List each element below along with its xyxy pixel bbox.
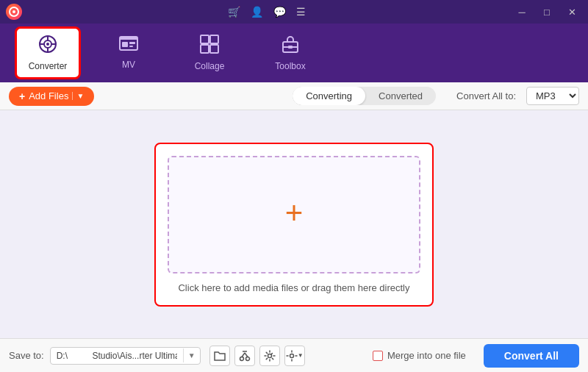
nav-item-toolbox[interactable]: Toolbox xyxy=(257,26,323,79)
collage-icon xyxy=(200,35,219,58)
svg-point-1 xyxy=(12,10,15,13)
save-path-input[interactable] xyxy=(51,348,183,364)
save-to-label: Save to: xyxy=(9,350,44,361)
app-logo xyxy=(6,4,22,20)
nav-item-mv[interactable]: MV xyxy=(96,26,162,79)
tab-group: Converting Converted xyxy=(293,87,436,105)
toolbar: + Add Files ▼ Converting Converted Conve… xyxy=(0,82,588,110)
toolbox-icon xyxy=(281,35,300,58)
tab-converted[interactable]: Converted xyxy=(365,87,436,105)
drop-zone-container[interactable]: + Click here to add media files or drag … xyxy=(154,143,434,307)
mv-icon xyxy=(119,36,138,57)
add-files-label: Add Files xyxy=(29,90,68,101)
title-bar-icons: 🛒 👤 💬 ☰ xyxy=(228,6,306,18)
add-files-button[interactable]: + Add Files ▼ xyxy=(9,87,94,106)
converter-icon xyxy=(38,35,57,58)
main-content: + Click here to add media files or drag … xyxy=(0,110,588,338)
folder-open-button[interactable] xyxy=(209,346,230,366)
drop-zone-text: Click here to add media files or drag th… xyxy=(168,282,420,293)
svg-point-4 xyxy=(46,43,49,46)
svg-rect-15 xyxy=(210,35,218,43)
collage-label: Collage xyxy=(195,61,225,71)
merge-label: Merge into one file xyxy=(387,350,466,361)
title-bar-controls: ─ □ ✕ xyxy=(512,4,582,19)
svg-rect-16 xyxy=(201,45,209,53)
tab-converting[interactable]: Converting xyxy=(293,87,365,105)
svg-rect-14 xyxy=(201,35,209,43)
svg-rect-20 xyxy=(288,46,293,49)
format-select[interactable]: MP3 MP4 AVI MOV WAV AAC FLAC xyxy=(527,87,578,104)
mv-label: MV xyxy=(122,60,135,70)
toolbox-label: Toolbox xyxy=(275,61,305,71)
menu-icon[interactable]: ☰ xyxy=(296,6,306,18)
dropdown-arrow-icon: ▼ xyxy=(72,92,84,100)
more-settings-button[interactable]: ▼ xyxy=(284,346,305,366)
cart-icon[interactable]: 🛒 xyxy=(228,6,240,18)
svg-line-24 xyxy=(245,353,248,357)
svg-rect-17 xyxy=(210,45,218,53)
save-path-dropdown-icon[interactable]: ▼ xyxy=(183,348,200,362)
merge-wrapper: Merge into one file xyxy=(373,350,466,361)
convert-all-button[interactable]: Convert All xyxy=(484,344,579,368)
svg-rect-11 xyxy=(122,42,128,47)
cut-button[interactable] xyxy=(234,346,255,366)
svg-point-21 xyxy=(240,357,243,360)
svg-rect-12 xyxy=(129,42,135,44)
svg-line-23 xyxy=(242,353,245,357)
title-bar: 🛒 👤 💬 ☰ ─ □ ✕ xyxy=(0,0,588,24)
drop-zone[interactable]: + xyxy=(168,156,420,273)
add-media-icon: + xyxy=(285,198,304,229)
plus-icon: + xyxy=(19,90,25,102)
bottom-bar: Save to: ▼ xyxy=(0,338,588,372)
minimize-button[interactable]: ─ xyxy=(512,4,532,19)
converter-label: Converter xyxy=(29,61,68,71)
svg-point-27 xyxy=(290,354,293,357)
svg-rect-13 xyxy=(129,46,133,47)
maximize-button[interactable]: □ xyxy=(537,4,557,19)
user-icon[interactable]: 👤 xyxy=(251,6,263,18)
svg-rect-10 xyxy=(120,37,137,40)
format-select-wrapper: MP3 MP4 AVI MOV WAV AAC FLAC xyxy=(526,87,579,105)
title-bar-left xyxy=(6,4,22,20)
chat-icon[interactable]: 💬 xyxy=(273,6,286,18)
more-arrow: ▼ xyxy=(298,352,304,359)
merge-checkbox[interactable] xyxy=(373,351,383,361)
close-button[interactable]: ✕ xyxy=(562,4,582,19)
save-path-wrapper: ▼ xyxy=(50,347,201,365)
nav-item-converter[interactable]: Converter xyxy=(15,26,81,79)
nav-bar: Converter MV Collage xyxy=(0,24,588,82)
svg-point-22 xyxy=(245,357,249,360)
nav-item-collage[interactable]: Collage xyxy=(176,26,243,79)
convert-all-to-label: Convert All to: xyxy=(456,90,516,101)
settings-button[interactable] xyxy=(259,346,280,366)
bottom-icons: ▼ xyxy=(209,346,305,366)
